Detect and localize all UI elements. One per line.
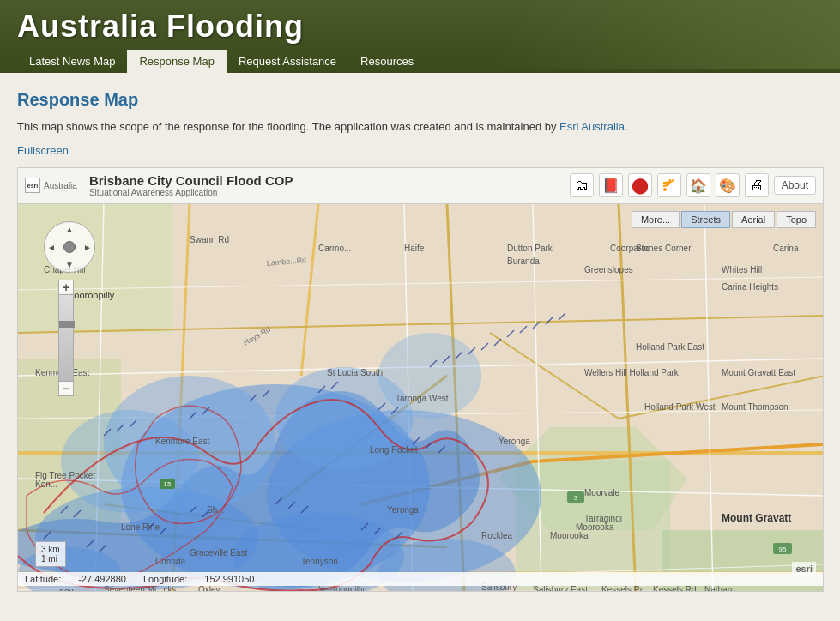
zoom-controls: + − <box>58 280 74 396</box>
more-button[interactable]: More... <box>632 211 680 228</box>
layers-icon[interactable]: 📕 <box>599 173 623 197</box>
map-title-sub: Situational Awareness Application <box>89 188 565 197</box>
svg-text:Oxley: Oxley <box>198 585 221 592</box>
svg-text:Rocklea: Rocklea <box>481 531 513 540</box>
svg-text:Tarragindi: Tarragindi <box>584 514 622 523</box>
scale-mi: 1 mi <box>41 554 60 564</box>
esri-watermark-text: esri <box>795 564 813 574</box>
map-view[interactable]: 15 1/3 315 3 3 95 2 Indooroopilly Chapel… <box>18 204 824 592</box>
svg-text:Yeerongpilly: Yeerongpilly <box>318 585 365 592</box>
svg-text:Wellers Hill Holland Park: Wellers Hill Holland Park <box>584 368 680 377</box>
site-header: Australia Flooding Latest News Map Respo… <box>0 0 840 73</box>
svg-text:Sh...: Sh... <box>207 505 225 515</box>
lon-label: Longitude: <box>143 574 187 584</box>
svg-text:Holland Park West: Holland Park West <box>644 402 716 412</box>
nav-arrow-left: ◄ <box>47 242 56 251</box>
record-icon[interactable]: ⬤ <box>628 173 652 197</box>
svg-text:Mount Gravatt East: Mount Gravatt East <box>722 368 795 377</box>
nav-item-request-assistance[interactable]: Request Assistance <box>227 50 348 73</box>
svg-text:Whites Hill: Whites Hill <box>722 265 762 274</box>
svg-text:Haife: Haife <box>404 244 425 253</box>
site-title: Australia Flooding <box>17 9 823 45</box>
svg-text:Yeronga: Yeronga <box>387 505 419 515</box>
aerial-button[interactable]: Aerial <box>732 211 775 228</box>
map-title-block: Brisbane City Council Flood COP Situatio… <box>89 173 565 197</box>
svg-point-0 <box>663 188 667 191</box>
lat-value: -27.492880 <box>78 574 126 584</box>
streets-button[interactable]: Streets <box>681 211 730 228</box>
main-nav: Latest News Map Response Map Request Ass… <box>17 50 823 73</box>
svg-text:Taronga West: Taronga West <box>396 394 449 403</box>
svg-text:Kon...: Kon... <box>35 479 57 489</box>
page-title: Response Map <box>17 90 823 110</box>
nav-arrow-up: ▲ <box>65 225 74 234</box>
nav-item-resources[interactable]: Resources <box>348 50 426 73</box>
esri-logo-text: esri <box>27 183 38 189</box>
scale-bar: 3 km 1 mi <box>35 541 66 567</box>
svg-text:Moorooka: Moorooka <box>576 522 614 532</box>
map-navigation[interactable]: ▲ ▼ ◄ ► <box>44 221 95 273</box>
description-text-2: . <box>625 120 628 133</box>
lat-label: Latitude: <box>25 574 61 584</box>
svg-text:St Lucia South: St Lucia South <box>327 368 383 377</box>
svg-text:Graceville East: Graceville East <box>190 548 247 558</box>
fullscreen-link[interactable]: Fullscreen <box>17 144 69 157</box>
nav-arrow-down: ▼ <box>65 260 74 269</box>
zoom-out-button[interactable]: − <box>58 381 74 396</box>
svg-text:Dutton Park: Dutton Park <box>507 244 553 253</box>
feed-icon[interactable] <box>657 173 681 197</box>
esri-watermark: esri <box>792 562 816 576</box>
esri-logo-box: esri <box>25 178 40 193</box>
svg-text:Kessels Rd: Kessels Rd <box>653 585 697 592</box>
svg-text:Carina: Carina <box>773 244 799 253</box>
print-icon[interactable]: 🖨 <box>745 173 769 197</box>
home-icon[interactable]: 🏠 <box>686 173 710 197</box>
zoom-handle[interactable] <box>59 321 75 328</box>
nav-compass[interactable]: ▲ ▼ ◄ ► <box>44 221 95 273</box>
svg-text:Moorooka: Moorooka <box>550 531 589 540</box>
svg-text:Carina Heights: Carina Heights <box>722 282 778 292</box>
coordinates-bar: Latitude: -27.492880 Longitude: 152.9910… <box>18 572 824 586</box>
palette-icon[interactable]: 🎨 <box>716 173 740 197</box>
nav-center <box>63 241 76 253</box>
about-button[interactable]: About <box>774 176 816 195</box>
nav-item-latest-news[interactable]: Latest News Map <box>17 50 127 73</box>
svg-text:Mount Gravatt: Mount Gravatt <box>722 512 791 524</box>
lon-value: 152.991050 <box>204 574 254 584</box>
map-title-main: Brisbane City Council Flood COP <box>89 173 565 188</box>
esri-australia-link[interactable]: Esri Australia <box>559 120 625 133</box>
svg-text:Long Pocket: Long Pocket <box>370 445 418 455</box>
esri-logo: esri Australia <box>25 178 77 193</box>
svg-rect-2 <box>18 204 172 333</box>
zoom-in-button[interactable]: + <box>58 280 74 295</box>
svg-text:Nathan: Nathan <box>704 585 732 592</box>
svg-text:3: 3 <box>574 494 578 502</box>
description-text-1: This map shows the scope of the response… <box>17 120 559 133</box>
svg-point-35 <box>378 333 481 419</box>
nav-arrow-right: ► <box>83 242 92 251</box>
main-content: Response Map This map shows the scope of… <box>0 73 840 609</box>
svg-text:15: 15 <box>164 480 172 488</box>
svg-point-36 <box>61 410 198 513</box>
svg-text:Corinda: Corinda <box>155 557 185 566</box>
nav-item-response-map[interactable]: Response Map <box>127 50 226 73</box>
map-overlay-svg: 15 1/3 315 3 3 95 2 Indooroopilly Chapel… <box>18 204 824 592</box>
svg-text:Buranda: Buranda <box>507 256 540 266</box>
svg-text:Yeronga: Yeronga <box>499 437 530 446</box>
map-toolbar: esri Australia Brisbane City Council Flo… <box>18 168 823 204</box>
svg-text:Carmo...: Carmo... <box>318 244 351 253</box>
topo-button[interactable]: Topo <box>777 211 816 228</box>
zoom-slider[interactable] <box>58 295 74 381</box>
svg-text:95: 95 <box>779 546 787 553</box>
svg-text:Holland Park East: Holland Park East <box>636 342 704 352</box>
svg-text:Swann Rd: Swann Rd <box>190 235 229 244</box>
bookmark-icon[interactable]: 🗂 <box>570 173 594 197</box>
svg-text:Mount Thompson: Mount Thompson <box>722 402 789 412</box>
esri-australia-label: Australia <box>44 181 77 190</box>
scale-km: 3 km <box>41 545 60 554</box>
svg-text:Kessels Rd: Kessels Rd <box>601 585 645 592</box>
svg-text:Tennyson: Tennyson <box>301 557 338 566</box>
svg-text:Kenmore East: Kenmore East <box>155 437 210 446</box>
svg-text:Seventeen Mi...cks: Seventeen Mi...cks <box>104 585 176 592</box>
page-description: This map shows the scope of the response… <box>17 118 823 136</box>
